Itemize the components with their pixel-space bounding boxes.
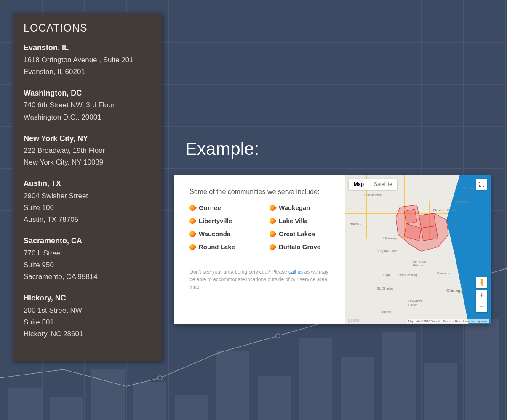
location-block: Evanston, IL1618 Orrington Avenue , Suit… — [24, 42, 151, 78]
location-address-line: 2904 Swisher Street — [24, 192, 88, 200]
service-area-map[interactable]: Racine Kenosha Pleasant Prairie Harvard … — [345, 175, 491, 324]
community-name: Lake Villa — [279, 217, 308, 224]
map-city-label: St. Charles — [377, 287, 394, 290]
bullet-icon — [189, 244, 195, 250]
locations-title: LOCATIONS — [24, 22, 151, 34]
bullet-icon — [270, 205, 275, 211]
location-block: Hickory, NC200 1st Street NWSuite 501Hic… — [24, 292, 151, 340]
bullet-icon — [270, 231, 275, 237]
map-city-label: Harvard — [350, 222, 361, 226]
location-name: Evanston, IL — [24, 42, 151, 54]
location-block: Sacramento, CA770 L StreetSuite 950Sacra… — [24, 235, 151, 283]
map-type-toggle[interactable]: Map Satellite — [349, 179, 397, 190]
community-name: Libertyville — [199, 217, 232, 224]
google-logo: Google — [348, 318, 359, 322]
svg-marker-13 — [421, 226, 438, 241]
bullet-icon — [270, 244, 275, 250]
map-city-label: Pleasant Prairie — [433, 208, 457, 212]
map-attribution: Map data ©2020 Google Terms of Use Repor… — [407, 319, 489, 323]
location-name: Washington, DC — [24, 87, 151, 100]
map-city-label: Schaumburg — [398, 273, 417, 277]
map-data-text: Map data ©2020 Google — [408, 320, 440, 323]
example-heading: Example: — [185, 139, 259, 159]
community-name: Wauconda — [199, 230, 230, 237]
bullet-icon — [189, 231, 195, 237]
bullet-icon — [189, 205, 195, 211]
terms-link[interactable]: Terms of Use — [443, 320, 460, 323]
svg-marker-12 — [419, 213, 436, 228]
report-error-link[interactable]: Report a map error — [463, 320, 488, 323]
community-name: Waukegan — [279, 204, 310, 211]
satellite-tab[interactable]: Satellite — [369, 179, 397, 190]
svg-point-0 — [158, 376, 162, 380]
location-address-line: 222 Broadway, 19th Floor — [24, 146, 105, 154]
map-city-label: McHenry — [383, 237, 397, 240]
map-city-label: Evanston — [437, 271, 451, 275]
map-city-label: Beach Park — [364, 193, 382, 197]
svg-rect-17 — [481, 284, 482, 286]
service-region-overlay — [396, 205, 451, 260]
location-name: Austin, TX — [24, 178, 151, 190]
svg-rect-18 — [482, 284, 483, 286]
community-name: Gurnee — [199, 204, 221, 211]
location-address-line: Suite 100 — [24, 204, 54, 212]
community-name: Buffalo Grove — [279, 243, 320, 250]
svg-rect-16 — [481, 281, 483, 284]
community-item: Round Lake — [189, 243, 253, 250]
map-city-label: DownersGrove — [408, 299, 422, 307]
location-address-line: Suite 950 — [24, 261, 54, 269]
location-name: Sacramento, CA — [24, 235, 151, 247]
map-city-label: Elgin — [383, 273, 391, 277]
location-address-line: 740 6th Street NW, 3rd Floor — [24, 101, 115, 109]
location-name: Hickory, NC — [24, 292, 151, 305]
map-city-label: Aurora — [381, 310, 391, 314]
svg-point-1 — [276, 334, 280, 338]
locations-panel: LOCATIONS Evanston, IL1618 Orrington Ave… — [13, 13, 162, 361]
location-address-line: Hickory, NC 28601 — [24, 330, 83, 338]
location-address-line: 1618 Orrington Avenue , Suite 201 — [24, 56, 133, 64]
fullscreen-button[interactable] — [476, 179, 487, 190]
bullet-icon — [189, 218, 195, 224]
community-item: Wauconda — [189, 230, 253, 237]
communities-column-1: GurneeLibertyvilleWaucondaRound Lake — [189, 204, 253, 256]
location-block: New York City, NY222 Broadway, 19th Floo… — [24, 133, 151, 169]
zoom-out-button[interactable]: − — [476, 301, 487, 312]
community-item: Waukegan — [270, 204, 333, 211]
location-address-line: Suite 501 — [24, 318, 54, 326]
zoom-controls: + − — [476, 290, 487, 312]
bullet-icon — [270, 218, 275, 224]
location-block: Washington, DC740 6th Street NW, 3rd Flo… — [24, 87, 151, 123]
communities-intro: Some of the communities we serve include… — [189, 188, 333, 196]
community-item: Great Lakes — [270, 230, 333, 237]
location-name: New York City, NY — [24, 133, 151, 145]
note-text: Don't see your area being serviced? Plea… — [189, 269, 288, 275]
map-city-label: ArlingtonHeights — [413, 260, 426, 267]
map-city-label: Kenosha — [457, 200, 470, 204]
map-tab[interactable]: Map — [349, 179, 369, 190]
location-address-line: New York City, NY 10039 — [24, 158, 103, 166]
location-block: Austin, TX2904 Swisher StreetSuite 100Au… — [24, 178, 151, 226]
community-name: Great Lakes — [279, 230, 315, 237]
service-note: Don't see your area being serviced? Plea… — [189, 268, 333, 291]
call-us-link[interactable]: call us — [288, 269, 303, 275]
svg-marker-11 — [404, 209, 417, 224]
location-address-line: Evanston, IL 60201 — [24, 68, 85, 76]
map-city-label: Chicago — [446, 288, 463, 293]
location-address-line: Austin, TX 78705 — [24, 215, 78, 223]
community-item: Gurnee — [189, 204, 253, 211]
community-item: Lake Villa — [270, 217, 333, 224]
location-address-line: 770 L Street — [24, 249, 62, 257]
pegman-button[interactable] — [476, 277, 487, 288]
location-address-line: Sacramento, CA 95814 — [24, 273, 98, 281]
zoom-in-button[interactable]: + — [476, 290, 487, 301]
svg-point-15 — [481, 279, 483, 281]
community-item: Buffalo Grove — [270, 243, 333, 250]
map-city-label: Racine — [463, 186, 474, 190]
map-city-label: Crystal Lake — [378, 249, 397, 253]
example-content: Some of the communities we serve include… — [174, 175, 345, 324]
location-address-line: Washington D.C., 20001 — [24, 113, 101, 121]
example-card: Some of the communities we serve include… — [174, 175, 491, 324]
location-address-line: 200 1st Street NW — [24, 306, 82, 314]
communities-column-2: WaukeganLake VillaGreat LakesBuffalo Gro… — [270, 204, 333, 256]
community-name: Round Lake — [199, 243, 235, 250]
